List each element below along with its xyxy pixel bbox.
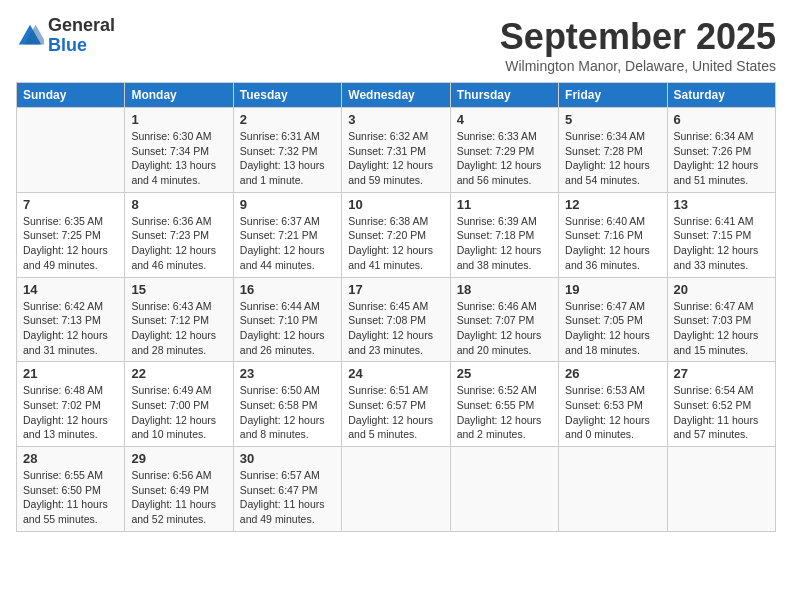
day-info: Sunrise: 6:48 AM Sunset: 7:02 PM Dayligh… bbox=[23, 383, 118, 442]
calendar-cell: 23Sunrise: 6:50 AM Sunset: 6:58 PM Dayli… bbox=[233, 362, 341, 447]
calendar-cell: 6Sunrise: 6:34 AM Sunset: 7:26 PM Daylig… bbox=[667, 108, 775, 193]
day-number: 30 bbox=[240, 451, 335, 466]
day-number: 27 bbox=[674, 366, 769, 381]
logo-blue: Blue bbox=[48, 36, 115, 56]
day-number: 24 bbox=[348, 366, 443, 381]
day-info: Sunrise: 6:57 AM Sunset: 6:47 PM Dayligh… bbox=[240, 468, 335, 527]
logo-text: General Blue bbox=[48, 16, 115, 56]
day-info: Sunrise: 6:46 AM Sunset: 7:07 PM Dayligh… bbox=[457, 299, 552, 358]
calendar-cell: 25Sunrise: 6:52 AM Sunset: 6:55 PM Dayli… bbox=[450, 362, 558, 447]
day-info: Sunrise: 6:31 AM Sunset: 7:32 PM Dayligh… bbox=[240, 129, 335, 188]
day-number: 4 bbox=[457, 112, 552, 127]
day-info: Sunrise: 6:30 AM Sunset: 7:34 PM Dayligh… bbox=[131, 129, 226, 188]
calendar-cell: 22Sunrise: 6:49 AM Sunset: 7:00 PM Dayli… bbox=[125, 362, 233, 447]
calendar-cell: 15Sunrise: 6:43 AM Sunset: 7:12 PM Dayli… bbox=[125, 277, 233, 362]
calendar-cell: 29Sunrise: 6:56 AM Sunset: 6:49 PM Dayli… bbox=[125, 447, 233, 532]
day-info: Sunrise: 6:52 AM Sunset: 6:55 PM Dayligh… bbox=[457, 383, 552, 442]
day-number: 15 bbox=[131, 282, 226, 297]
day-info: Sunrise: 6:51 AM Sunset: 6:57 PM Dayligh… bbox=[348, 383, 443, 442]
day-number: 13 bbox=[674, 197, 769, 212]
day-info: Sunrise: 6:53 AM Sunset: 6:53 PM Dayligh… bbox=[565, 383, 660, 442]
calendar-week: 14Sunrise: 6:42 AM Sunset: 7:13 PM Dayli… bbox=[17, 277, 776, 362]
calendar-cell: 11Sunrise: 6:39 AM Sunset: 7:18 PM Dayli… bbox=[450, 192, 558, 277]
day-number: 29 bbox=[131, 451, 226, 466]
calendar-cell: 12Sunrise: 6:40 AM Sunset: 7:16 PM Dayli… bbox=[559, 192, 667, 277]
logo: General Blue bbox=[16, 16, 115, 56]
weekday-header: Wednesday bbox=[342, 83, 450, 108]
day-number: 3 bbox=[348, 112, 443, 127]
calendar-cell: 16Sunrise: 6:44 AM Sunset: 7:10 PM Dayli… bbox=[233, 277, 341, 362]
calendar-cell bbox=[559, 447, 667, 532]
calendar-week: 7Sunrise: 6:35 AM Sunset: 7:25 PM Daylig… bbox=[17, 192, 776, 277]
day-info: Sunrise: 6:33 AM Sunset: 7:29 PM Dayligh… bbox=[457, 129, 552, 188]
month-title: September 2025 bbox=[500, 16, 776, 58]
calendar-cell: 27Sunrise: 6:54 AM Sunset: 6:52 PM Dayli… bbox=[667, 362, 775, 447]
weekday-header: Sunday bbox=[17, 83, 125, 108]
day-number: 11 bbox=[457, 197, 552, 212]
calendar-cell: 30Sunrise: 6:57 AM Sunset: 6:47 PM Dayli… bbox=[233, 447, 341, 532]
day-info: Sunrise: 6:41 AM Sunset: 7:15 PM Dayligh… bbox=[674, 214, 769, 273]
calendar-cell: 24Sunrise: 6:51 AM Sunset: 6:57 PM Dayli… bbox=[342, 362, 450, 447]
day-number: 18 bbox=[457, 282, 552, 297]
calendar-cell: 18Sunrise: 6:46 AM Sunset: 7:07 PM Dayli… bbox=[450, 277, 558, 362]
calendar-cell bbox=[450, 447, 558, 532]
day-number: 20 bbox=[674, 282, 769, 297]
calendar-cell: 9Sunrise: 6:37 AM Sunset: 7:21 PM Daylig… bbox=[233, 192, 341, 277]
day-info: Sunrise: 6:47 AM Sunset: 7:03 PM Dayligh… bbox=[674, 299, 769, 358]
logo-icon bbox=[16, 22, 44, 50]
day-number: 16 bbox=[240, 282, 335, 297]
day-info: Sunrise: 6:56 AM Sunset: 6:49 PM Dayligh… bbox=[131, 468, 226, 527]
day-info: Sunrise: 6:37 AM Sunset: 7:21 PM Dayligh… bbox=[240, 214, 335, 273]
day-info: Sunrise: 6:36 AM Sunset: 7:23 PM Dayligh… bbox=[131, 214, 226, 273]
day-info: Sunrise: 6:34 AM Sunset: 7:28 PM Dayligh… bbox=[565, 129, 660, 188]
day-info: Sunrise: 6:32 AM Sunset: 7:31 PM Dayligh… bbox=[348, 129, 443, 188]
calendar-cell bbox=[17, 108, 125, 193]
day-number: 25 bbox=[457, 366, 552, 381]
day-number: 7 bbox=[23, 197, 118, 212]
calendar-cell: 3Sunrise: 6:32 AM Sunset: 7:31 PM Daylig… bbox=[342, 108, 450, 193]
day-info: Sunrise: 6:40 AM Sunset: 7:16 PM Dayligh… bbox=[565, 214, 660, 273]
calendar-cell: 21Sunrise: 6:48 AM Sunset: 7:02 PM Dayli… bbox=[17, 362, 125, 447]
calendar-cell: 2Sunrise: 6:31 AM Sunset: 7:32 PM Daylig… bbox=[233, 108, 341, 193]
day-info: Sunrise: 6:44 AM Sunset: 7:10 PM Dayligh… bbox=[240, 299, 335, 358]
day-info: Sunrise: 6:43 AM Sunset: 7:12 PM Dayligh… bbox=[131, 299, 226, 358]
header-row: SundayMondayTuesdayWednesdayThursdayFrid… bbox=[17, 83, 776, 108]
day-number: 9 bbox=[240, 197, 335, 212]
day-number: 22 bbox=[131, 366, 226, 381]
day-info: Sunrise: 6:54 AM Sunset: 6:52 PM Dayligh… bbox=[674, 383, 769, 442]
calendar-cell: 17Sunrise: 6:45 AM Sunset: 7:08 PM Dayli… bbox=[342, 277, 450, 362]
title-block: September 2025 Wilmington Manor, Delawar… bbox=[500, 16, 776, 74]
day-number: 17 bbox=[348, 282, 443, 297]
calendar-cell: 28Sunrise: 6:55 AM Sunset: 6:50 PM Dayli… bbox=[17, 447, 125, 532]
day-number: 14 bbox=[23, 282, 118, 297]
weekday-header: Tuesday bbox=[233, 83, 341, 108]
calendar-cell: 10Sunrise: 6:38 AM Sunset: 7:20 PM Dayli… bbox=[342, 192, 450, 277]
day-info: Sunrise: 6:49 AM Sunset: 7:00 PM Dayligh… bbox=[131, 383, 226, 442]
weekday-header: Thursday bbox=[450, 83, 558, 108]
day-info: Sunrise: 6:50 AM Sunset: 6:58 PM Dayligh… bbox=[240, 383, 335, 442]
calendar-cell: 14Sunrise: 6:42 AM Sunset: 7:13 PM Dayli… bbox=[17, 277, 125, 362]
day-number: 28 bbox=[23, 451, 118, 466]
calendar-cell: 7Sunrise: 6:35 AM Sunset: 7:25 PM Daylig… bbox=[17, 192, 125, 277]
calendar-week: 1Sunrise: 6:30 AM Sunset: 7:34 PM Daylig… bbox=[17, 108, 776, 193]
day-info: Sunrise: 6:38 AM Sunset: 7:20 PM Dayligh… bbox=[348, 214, 443, 273]
day-info: Sunrise: 6:39 AM Sunset: 7:18 PM Dayligh… bbox=[457, 214, 552, 273]
day-number: 10 bbox=[348, 197, 443, 212]
weekday-header: Friday bbox=[559, 83, 667, 108]
calendar-cell: 26Sunrise: 6:53 AM Sunset: 6:53 PM Dayli… bbox=[559, 362, 667, 447]
day-info: Sunrise: 6:35 AM Sunset: 7:25 PM Dayligh… bbox=[23, 214, 118, 273]
day-number: 12 bbox=[565, 197, 660, 212]
day-number: 8 bbox=[131, 197, 226, 212]
calendar-week: 28Sunrise: 6:55 AM Sunset: 6:50 PM Dayli… bbox=[17, 447, 776, 532]
calendar-cell: 4Sunrise: 6:33 AM Sunset: 7:29 PM Daylig… bbox=[450, 108, 558, 193]
day-number: 23 bbox=[240, 366, 335, 381]
calendar-cell: 20Sunrise: 6:47 AM Sunset: 7:03 PM Dayli… bbox=[667, 277, 775, 362]
day-number: 5 bbox=[565, 112, 660, 127]
calendar-table: SundayMondayTuesdayWednesdayThursdayFrid… bbox=[16, 82, 776, 532]
location: Wilmington Manor, Delaware, United State… bbox=[500, 58, 776, 74]
day-info: Sunrise: 6:55 AM Sunset: 6:50 PM Dayligh… bbox=[23, 468, 118, 527]
day-number: 26 bbox=[565, 366, 660, 381]
weekday-header: Saturday bbox=[667, 83, 775, 108]
day-info: Sunrise: 6:45 AM Sunset: 7:08 PM Dayligh… bbox=[348, 299, 443, 358]
calendar-cell: 19Sunrise: 6:47 AM Sunset: 7:05 PM Dayli… bbox=[559, 277, 667, 362]
